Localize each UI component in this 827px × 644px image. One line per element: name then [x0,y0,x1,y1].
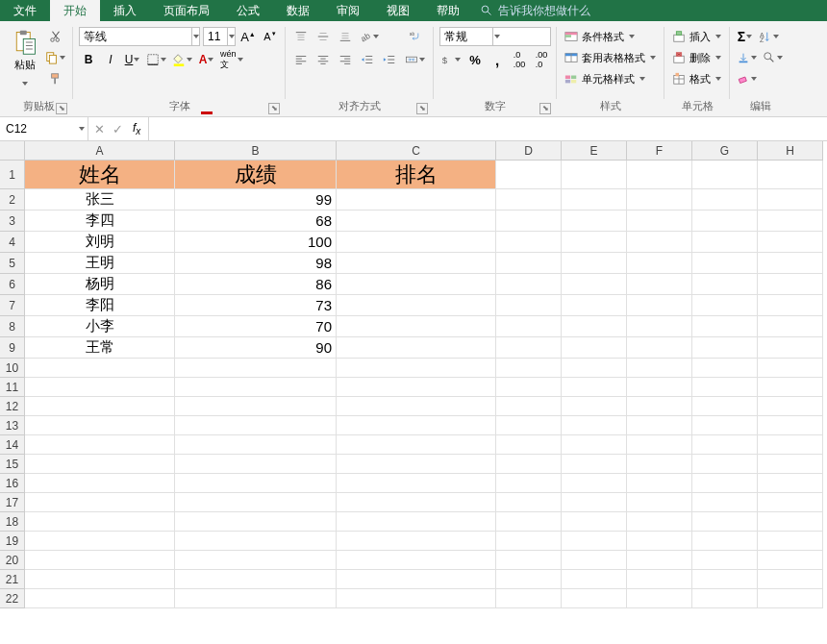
cell-G15[interactable] [692,455,758,474]
increase-indent-button[interactable] [380,50,399,69]
cell-C15[interactable] [337,455,496,474]
cell-B7[interactable]: 73 [175,295,337,316]
cell-A7[interactable]: 李阳 [25,295,175,316]
cell-H19[interactable] [758,532,823,551]
row-header-20[interactable]: 20 [0,551,25,570]
autosum-button[interactable]: Σ [736,27,755,46]
cell-C11[interactable] [337,378,496,397]
row-header-22[interactable]: 22 [0,589,25,608]
cell-H18[interactable] [758,512,823,532]
cell-H20[interactable] [758,551,823,570]
cell-E16[interactable] [562,474,627,493]
tab-视图[interactable]: 视图 [373,0,423,21]
cell-D13[interactable] [496,416,562,435]
cell-A9[interactable]: 王常 [25,337,175,359]
cell-B4[interactable]: 100 [175,232,337,253]
cell-F16[interactable] [627,474,692,493]
cell-G7[interactable] [692,295,758,316]
tab-公式[interactable]: 公式 [223,0,273,21]
row-header-12[interactable]: 12 [0,397,25,416]
cell-H2[interactable] [758,189,823,211]
cut-button[interactable] [44,27,67,46]
cell-D15[interactable] [496,455,562,474]
cell-C12[interactable] [337,397,496,416]
italic-button[interactable]: I [101,50,120,69]
col-header-E[interactable]: E [562,141,627,161]
cell-H21[interactable] [758,570,823,589]
cell-D1[interactable] [496,161,562,189]
cell-C14[interactable] [337,435,496,455]
col-header-A[interactable]: A [25,141,175,161]
number-launcher[interactable]: ⬊ [539,103,551,114]
cell-C18[interactable] [337,512,496,532]
cell-G19[interactable] [692,532,758,551]
cell-B18[interactable] [175,512,337,532]
select-all-corner[interactable] [0,141,25,161]
decrease-decimal-button[interactable]: .00.0 [532,50,551,69]
align-right-button[interactable] [336,50,355,69]
cell-E12[interactable] [562,397,627,416]
cell-F4[interactable] [627,232,692,253]
paste-button[interactable]: 粘贴 [10,27,40,95]
cell-B2[interactable]: 99 [175,189,337,211]
cell-C7[interactable] [337,295,496,316]
col-header-D[interactable]: D [496,141,562,161]
fill-button[interactable] [736,48,759,67]
worksheet[interactable]: ABCDEFGH 1234567891011121314151617181920… [0,141,827,644]
align-top-button[interactable] [291,27,311,46]
cell-A12[interactable] [25,397,175,416]
cell-B1[interactable]: 成绩 [175,161,337,189]
cell-A10[interactable] [25,359,175,378]
cell-H5[interactable] [758,253,823,274]
cell-A5[interactable]: 王明 [25,253,175,274]
font-size-combo[interactable] [203,27,236,46]
align-center-button[interactable] [313,50,333,69]
cell-G9[interactable] [692,337,758,359]
cell-C1[interactable]: 排名 [337,161,496,189]
cell-B16[interactable] [175,474,337,493]
row-header-13[interactable]: 13 [0,416,25,435]
cell-E11[interactable] [562,378,627,397]
cell-A4[interactable]: 刘明 [25,232,175,253]
cell-A21[interactable] [25,570,175,589]
cell-D2[interactable] [496,189,562,211]
align-bottom-button[interactable] [336,27,355,46]
format-painter-button[interactable] [44,69,67,88]
cell-E3[interactable] [562,211,627,232]
cell-G1[interactable] [692,161,758,189]
cell-D4[interactable] [496,232,562,253]
cell-A2[interactable]: 张三 [25,189,175,211]
cell-A6[interactable]: 杨明 [25,274,175,295]
cell-C4[interactable] [337,232,496,253]
cell-C3[interactable] [337,211,496,232]
cell-F11[interactable] [627,378,692,397]
cell-E2[interactable] [562,189,627,211]
cell-styles-button[interactable]: 单元格样式 [563,69,659,88]
tab-页面布局[interactable]: 页面布局 [150,0,223,21]
cell-B15[interactable] [175,455,337,474]
cell-G16[interactable] [692,474,758,493]
cell-D7[interactable] [496,295,562,316]
comma-button[interactable]: , [488,50,507,69]
tab-帮助[interactable]: 帮助 [423,0,473,21]
row-header-16[interactable]: 16 [0,474,25,493]
align-middle-button[interactable] [313,27,333,46]
cell-F10[interactable] [627,359,692,378]
row-header-14[interactable]: 14 [0,435,25,455]
cell-G14[interactable] [692,435,758,455]
format-cells-button[interactable]: 格式 [670,69,724,88]
wrap-text-button[interactable]: ab [403,27,428,46]
cell-H11[interactable] [758,378,823,397]
row-header-21[interactable]: 21 [0,570,25,589]
cell-H1[interactable] [758,161,823,189]
row-header-11[interactable]: 11 [0,378,25,397]
tab-开始[interactable]: 开始 [50,0,100,21]
fx-icon[interactable]: fx [131,121,142,136]
tab-数据[interactable]: 数据 [273,0,323,21]
cell-D5[interactable] [496,253,562,274]
percent-button[interactable]: % [465,50,485,69]
font-name-combo[interactable] [79,27,200,46]
cell-A1[interactable]: 姓名 [25,161,175,189]
cell-G8[interactable] [692,316,758,337]
cell-H6[interactable] [758,274,823,295]
